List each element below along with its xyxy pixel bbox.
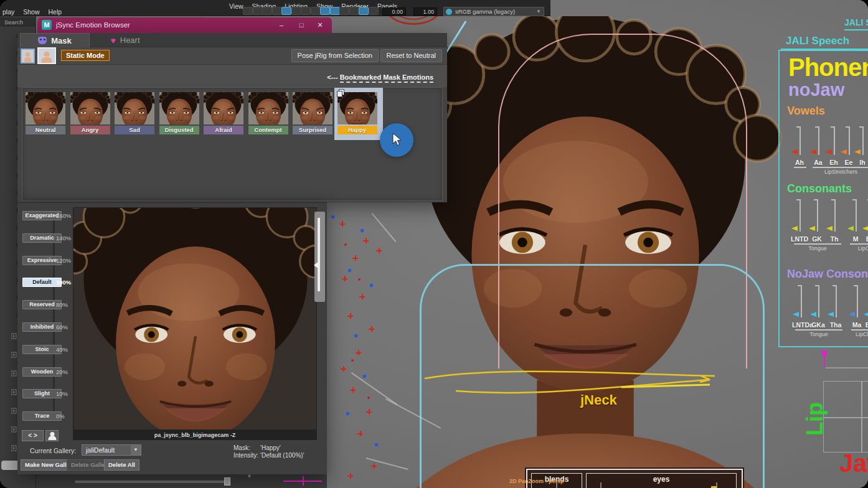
phoneme-marker-icon[interactable] xyxy=(810,312,816,317)
phoneme-marker-icon[interactable] xyxy=(810,149,816,154)
toolbar-icon[interactable] xyxy=(243,7,253,15)
phoneme-slider-track[interactable] xyxy=(818,285,819,317)
range-slider-track[interactable] xyxy=(75,481,230,483)
large-figure-view-button[interactable] xyxy=(37,47,56,64)
prev-next-buttons[interactable]: < > xyxy=(22,430,44,441)
emotion-item-disgusted[interactable]: Disgusted xyxy=(159,92,199,134)
phoneme-marker-icon[interactable] xyxy=(862,226,868,231)
phoneme-marker-icon[interactable] xyxy=(826,226,833,231)
phoneme-marker-icon[interactable] xyxy=(826,149,832,154)
emotion-item-contempt[interactable]: Contempt xyxy=(248,92,288,134)
toolbar-icon[interactable] xyxy=(349,7,359,15)
toolbar-icon[interactable] xyxy=(301,7,311,15)
phoneme-slider-track[interactable] xyxy=(849,126,850,155)
phoneme-slider-track[interactable] xyxy=(834,199,836,232)
phoneme-slider-track[interactable] xyxy=(836,285,837,317)
group-caption: LipStretchers xyxy=(813,169,868,175)
gallery-dropdown[interactable]: jaliDefault ▼ xyxy=(82,444,141,456)
phoneme-slider-track[interactable] xyxy=(862,126,864,155)
toolbar-icon[interactable] xyxy=(339,7,349,15)
phoneme-marker-icon[interactable] xyxy=(828,312,834,317)
group-underline xyxy=(794,167,806,168)
emotion-thumbnail xyxy=(26,92,65,124)
phoneme-marker-icon[interactable] xyxy=(841,149,847,154)
phoneme-marker-icon[interactable] xyxy=(864,312,868,317)
toolbar-icon[interactable] xyxy=(320,7,330,15)
phoneme-slider-track[interactable] xyxy=(856,199,857,232)
slider-tick xyxy=(815,285,819,286)
delete-all-button[interactable]: Delete All xyxy=(104,459,139,471)
range-slider-handle[interactable] xyxy=(224,477,230,486)
joint-marker xyxy=(331,215,334,218)
figure-toggle-button[interactable] xyxy=(45,430,59,441)
emotion-item-neutral[interactable]: Neutral xyxy=(26,92,65,134)
chevron-down-icon: ▼ xyxy=(131,445,141,455)
jali-speech-tab[interactable]: JALI Speech xyxy=(844,17,868,30)
toolbar-icon[interactable] xyxy=(272,7,282,15)
toolbar-icon[interactable] xyxy=(311,7,321,15)
bookmarked-emotions-panel: Neutral Angry xyxy=(22,87,443,201)
window-titlebar[interactable]: M jSync Emotion Browser – □ ✕ xyxy=(37,17,332,33)
emotion-item-surprised[interactable]: Surprised xyxy=(293,92,333,134)
toolbar-icon[interactable] xyxy=(291,7,301,15)
toolbar-icon[interactable] xyxy=(369,7,379,15)
phoneme-slider-track[interactable] xyxy=(801,285,802,317)
close-button[interactable]: ✕ xyxy=(312,19,328,31)
toolbar-icon[interactable] xyxy=(330,7,340,15)
joint-marker xyxy=(358,278,361,281)
phoneme-marker-icon[interactable] xyxy=(847,226,854,231)
toolbar-icon[interactable] xyxy=(281,7,291,15)
minimize-button[interactable]: – xyxy=(273,19,290,31)
menu-view[interactable]: View xyxy=(229,2,243,10)
group-caption: Tongue xyxy=(794,245,841,251)
joint-marker xyxy=(376,248,382,253)
menu-play[interactable]: play xyxy=(2,8,14,16)
eyes-group[interactable]: eyes xyxy=(586,473,737,488)
jneck-label[interactable]: jNeck xyxy=(580,392,617,408)
phoneme-marker-icon[interactable] xyxy=(854,149,861,154)
search-input[interactable]: Search xyxy=(0,17,36,27)
toolbar-icon[interactable] xyxy=(253,7,263,15)
phoneme-marker-icon[interactable] xyxy=(791,149,798,154)
intensity-percent: 160% xyxy=(56,212,71,219)
pose-jrig-button[interactable]: Pose jRig from Selection xyxy=(291,49,379,62)
emotion-item-happy[interactable]: Happy xyxy=(337,92,377,134)
intensity-percent: 120% xyxy=(56,257,71,264)
emotion-item-afraid[interactable]: Afraid xyxy=(204,92,243,134)
phoneme-marker-icon[interactable] xyxy=(791,226,798,231)
phoneme-slider-track[interactable] xyxy=(800,126,801,155)
reset-neutral-button[interactable]: Reset to Neutral xyxy=(380,49,442,62)
toolbar-icon[interactable] xyxy=(262,7,272,15)
emotion-item-angry[interactable]: Angry xyxy=(70,92,110,134)
phoneme-marker-icon[interactable] xyxy=(849,312,855,317)
phoneme-slider-track[interactable] xyxy=(817,199,818,232)
phoneme-slider-track[interactable] xyxy=(857,285,858,317)
toolbar-icon[interactable] xyxy=(359,7,369,15)
panel-splitter[interactable] xyxy=(314,212,325,302)
emotion-thumbnail xyxy=(293,92,333,124)
menu-help[interactable]: Help xyxy=(49,8,62,16)
exposure-field[interactable]: 0.00 xyxy=(382,7,406,16)
lip-jaw-grid[interactable] xyxy=(823,381,868,453)
menu-show[interactable]: Show xyxy=(23,8,39,16)
copy-icon[interactable] xyxy=(337,89,346,98)
phoneme-marker-icon[interactable] xyxy=(793,312,799,317)
maximize-button[interactable]: □ xyxy=(293,19,309,31)
phoneme-label: GKa xyxy=(809,321,827,329)
emotion-label: Neutral xyxy=(26,126,65,134)
emotion-item-sad[interactable]: Sad xyxy=(115,92,154,134)
slider-tick xyxy=(798,285,802,286)
gamma-field[interactable]: 1.00 xyxy=(413,7,437,16)
phoneme-marker-icon[interactable] xyxy=(809,226,815,231)
colorspace-dropdown[interactable]: sRGB gamma (legacy) ▼ xyxy=(443,7,544,16)
curve-point-marker[interactable] xyxy=(822,350,827,355)
jali-speech-header: JALI Speech xyxy=(786,35,849,47)
tab-mask[interactable]: Mask xyxy=(20,33,90,47)
phoneme-slider-track[interactable] xyxy=(800,199,801,232)
tab-heart[interactable]: ♥ Heart xyxy=(91,33,159,47)
small-figure-view-button[interactable] xyxy=(21,49,35,63)
jneck-rig-curves[interactable] xyxy=(417,361,729,411)
phoneme-slider-track[interactable] xyxy=(834,126,835,155)
panel-menubar[interactable]: playShowHelp xyxy=(2,6,70,17)
phoneme-slider-track[interactable] xyxy=(818,126,819,155)
